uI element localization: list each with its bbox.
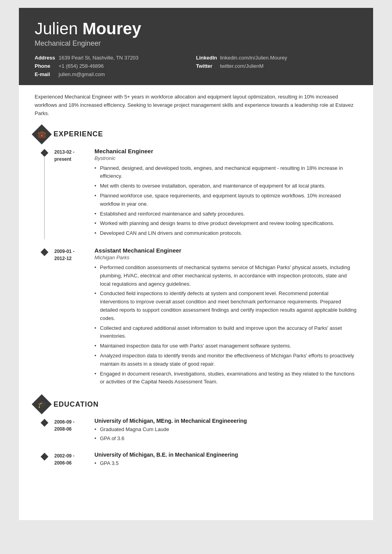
job-bullet-1-4: Worked with planning and design teams to… <box>94 219 357 228</box>
job-bullets-2: Performed condition assessments of mecha… <box>94 264 357 386</box>
email-label: E-mail <box>35 71 56 77</box>
timeline-indicator-2 <box>35 247 54 388</box>
diamond-icon-1 <box>41 149 48 157</box>
contact-address: Address 1639 Pearl St, Nashville, TN 372… <box>35 55 196 61</box>
linkedin-value: linkedin.com/in/Julien.Mourey <box>220 55 287 61</box>
job-bullet-2-2: Collected and captured additional asset … <box>94 324 357 341</box>
edu-degree-1: University of Michigan, MEng. in Mechani… <box>94 418 357 424</box>
last-name: Mourey <box>82 19 141 38</box>
job-content-2: Assistant Mechanical Engineer Michigan P… <box>90 247 357 388</box>
job-bullets-1: Planned, designed, and developed tools, … <box>94 164 357 238</box>
education-title: EDUCATION <box>54 400 99 409</box>
twitter-value: twitter.com/JulienM <box>220 63 264 69</box>
contact-grid: Address 1639 Pearl St, Nashville, TN 372… <box>35 55 357 77</box>
contact-email: E-mail julien.m@gmail.com <box>35 71 196 77</box>
edu-diamond-2 <box>41 453 48 461</box>
education-section: 🎓 EDUCATION 2006-09 - 2008-06 University… <box>35 397 357 468</box>
job-bullet-1-1: Met with clients to oversee installation… <box>94 182 357 190</box>
job-item-1: 2013-02 - present Mechanical Engineer By… <box>35 148 357 239</box>
education-timeline: 2006-09 - 2008-06 University of Michigan… <box>35 418 357 468</box>
education-header: 🎓 EDUCATION <box>35 397 357 411</box>
phone-label: Phone <box>35 63 56 69</box>
phone-value: +1 (654) 258-46896 <box>59 63 104 69</box>
email-value: julien.m@gmail.com <box>59 71 105 77</box>
candidate-title: Mechanical Engineer <box>35 39 357 48</box>
edu-bullet-1-1: GPA of 3.6 <box>94 435 357 443</box>
first-name: Julien <box>35 19 82 38</box>
resume-body: Experienced Mechanical Engineer with 5+ … <box>19 85 373 489</box>
edu-bullets-2: GPA 3.5 <box>94 459 357 468</box>
address-value: 1639 Pearl St, Nashville, TN 37203 <box>59 55 139 61</box>
job-bullet-1-5: Developed CAN and LIN drivers and commun… <box>94 229 357 238</box>
job-bullet-2-1: Conducted field inspections to identify … <box>94 290 357 322</box>
job-content-1: Mechanical Engineer Bystronic Planned, d… <box>90 148 357 239</box>
edu-indicator-2 <box>35 452 54 468</box>
job-bullet-1-3: Established and reinforced maintenance a… <box>94 210 357 218</box>
twitter-label: Twitter <box>196 63 218 69</box>
graduation-icon: 🎓 <box>32 394 52 415</box>
job-bullet-1-0: Planned, designed, and developed tools, … <box>94 164 357 181</box>
edu-bullet-2-0: GPA 3.5 <box>94 459 357 468</box>
edu-degree-2: University of Michigan, B.E. in Mechanic… <box>94 452 357 458</box>
edu-date-2: 2002-09 - 2006-06 <box>54 452 90 468</box>
experience-timeline: 2013-02 - present Mechanical Engineer By… <box>35 148 357 388</box>
contact-linkedin: LinkedIn linkedin.com/in/Julien.Mourey <box>196 55 357 61</box>
job-title-1: Mechanical Engineer <box>94 148 357 154</box>
job-item-2: 2009-01 - 2012-12 Assistant Mechanical E… <box>35 247 357 388</box>
address-label: Address <box>35 55 56 61</box>
job-bullet-2-5: Engaged in document research, investigat… <box>94 370 357 387</box>
edu-diamond-1 <box>41 419 48 427</box>
linkedin-label: LinkedIn <box>196 55 218 61</box>
job-bullet-2-3: Maintained inspection data for use with … <box>94 342 357 350</box>
briefcase-icon: 💼 <box>32 124 52 144</box>
summary-text: Experienced Mechanical Engineer with 5+ … <box>35 93 357 117</box>
contact-phone: Phone +1 (654) 258-46896 <box>35 63 196 69</box>
contact-twitter: Twitter twitter.com/JulienM <box>196 63 357 69</box>
edu-content-2: University of Michigan, B.E. in Mechanic… <box>90 452 357 468</box>
edu-bullet-1-0: Graduated Magna Cum Laude <box>94 426 357 434</box>
job-title-2: Assistant Mechanical Engineer <box>94 247 357 254</box>
job-company-2: Michigan Parks <box>94 255 357 260</box>
candidate-name: Julien Mourey <box>35 20 357 38</box>
timeline-line-1 <box>44 157 45 239</box>
edu-content-1: University of Michigan, MEng. in Mechani… <box>90 418 357 444</box>
experience-header: 💼 EXPERIENCE <box>35 127 357 141</box>
edu-item-2: 2002-09 - 2006-06 University of Michigan… <box>35 452 357 468</box>
edu-bullets-1: Graduated Magna Cum Laude GPA of 3.6 <box>94 426 357 443</box>
job-bullet-2-4: Analyzed inspection data to identify tre… <box>94 352 357 368</box>
resume-header: Julien Mourey Mechanical Engineer Addres… <box>19 8 373 85</box>
experience-title: EXPERIENCE <box>54 130 103 138</box>
edu-indicator-1 <box>35 418 54 444</box>
edu-item-1: 2006-09 - 2008-06 University of Michigan… <box>35 418 357 444</box>
job-date-2: 2009-01 - 2012-12 <box>54 247 90 388</box>
job-bullet-1-2: Planned workforce use, space requirement… <box>94 192 357 208</box>
edu-date-1: 2006-09 - 2008-06 <box>54 418 90 444</box>
job-bullet-2-0: Performed condition assessments of mecha… <box>94 264 357 288</box>
resume-document: Julien Mourey Mechanical Engineer Addres… <box>19 8 373 520</box>
job-company-1: Bystronic <box>94 155 357 161</box>
job-date-1: 2013-02 - present <box>54 148 90 239</box>
timeline-indicator-1 <box>35 148 54 239</box>
experience-section: 💼 EXPERIENCE 2013-02 - present M <box>35 127 357 388</box>
diamond-icon-2 <box>41 248 48 256</box>
